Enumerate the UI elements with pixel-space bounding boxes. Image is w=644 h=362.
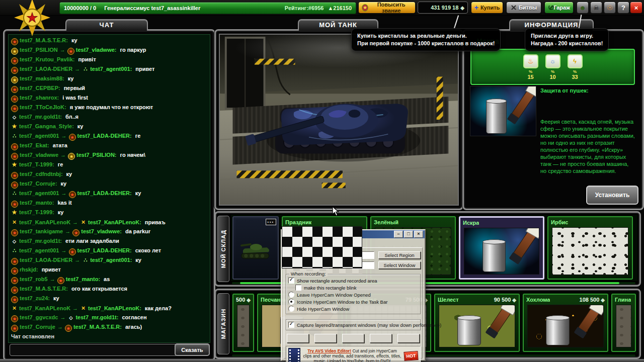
chat-recipient[interactable]: test7_vladwwe: bbox=[81, 228, 122, 234]
close-icon[interactable]: × bbox=[414, 231, 423, 238]
option-box-icon[interactable] bbox=[288, 306, 294, 312]
chat-sender[interactable]: rhskjd: bbox=[20, 266, 38, 273]
maximize-icon[interactable]: □ bbox=[404, 231, 413, 238]
chat-sender[interactable]: test7_Krutou_Pavlik: bbox=[20, 56, 74, 62]
chat-sender[interactable]: test7_LAOA-DEHER bbox=[20, 257, 72, 263]
hypercam-option[interactable]: Capture layered/transparent windows (may… bbox=[288, 321, 418, 328]
chat-recipient[interactable]: test7_agent001: bbox=[90, 66, 132, 72]
paint-tile[interactable]: Хохлома 108 500◆ bbox=[523, 294, 608, 352]
chat-sender[interactable]: test7_rob5 bbox=[20, 276, 48, 282]
chat-sender[interactable]: test7_agent001 bbox=[19, 190, 59, 196]
chat-sender[interactable]: test7_shanrox: bbox=[20, 95, 59, 101]
chat-text: скоко лет bbox=[135, 247, 162, 253]
chat-sender[interactable]: test7_M.A.S.T.E.R: bbox=[20, 286, 68, 292]
chat-sender[interactable]: test7_T-1999: bbox=[19, 161, 54, 167]
wrench-icon bbox=[548, 5, 551, 11]
sound-button[interactable]: ☉ bbox=[604, 2, 616, 14]
chat-sender[interactable]: test7_KanAPLenoK bbox=[19, 305, 70, 311]
option-box-icon[interactable] bbox=[288, 278, 294, 284]
chat-sender[interactable]: test7_KanAPLenoK bbox=[19, 219, 70, 225]
chat-sender[interactable]: test7_LAOA-DEHER bbox=[20, 66, 72, 72]
help-button[interactable]: ? bbox=[617, 2, 629, 14]
chat-recipient[interactable]: test7_manto: bbox=[66, 276, 100, 282]
chat-sender[interactable]: test7_ggvcxdc bbox=[20, 314, 58, 320]
paint-tile[interactable]: Глина bbox=[611, 294, 636, 352]
option-box-icon[interactable] bbox=[295, 285, 301, 291]
chat-sender[interactable]: test7_agent001 bbox=[19, 133, 59, 139]
tab-chat[interactable]: ЧАТ bbox=[65, 19, 148, 31]
hypercam-button[interactable] bbox=[397, 334, 420, 343]
rank-icon bbox=[68, 153, 75, 160]
exit-button[interactable]: × bbox=[630, 2, 642, 14]
chat-recipient[interactable]: test7_M.A.S.T.E.R: bbox=[73, 324, 122, 330]
hypercam-option[interactable]: Show rectangle around recorded area bbox=[288, 277, 418, 284]
avs-ad-banner[interactable]: Try AVS Video Editor! Cut and join Hyper… bbox=[286, 346, 421, 362]
chat-recipient[interactable]: test7_PSILION: bbox=[76, 152, 116, 158]
close-icon: × bbox=[634, 4, 638, 12]
hypercam-button[interactable] bbox=[314, 334, 337, 343]
chat-sender[interactable]: test7_mr.gold1t: bbox=[19, 114, 62, 120]
chat-sender[interactable]: test7_cdfndtnbj: bbox=[20, 171, 63, 177]
chat-recipient[interactable]: test7_agent001: bbox=[90, 257, 132, 263]
garage-button[interactable]: Гараж bbox=[544, 2, 574, 14]
install-button[interactable]: Установить bbox=[586, 186, 638, 205]
chat-sender[interactable]: test7_PSILION bbox=[20, 47, 58, 53]
chat-recipient[interactable]: test7_LADA-DEHER: bbox=[77, 190, 132, 196]
ad-lead[interactable]: Try AVS Video Editor! bbox=[307, 348, 351, 353]
option-label: Show rectangle around recorded area bbox=[297, 278, 377, 284]
chat-sender[interactable]: test7_agent001 bbox=[19, 247, 59, 253]
chat-sender[interactable]: test7_zu24: bbox=[20, 295, 50, 301]
chat-sender[interactable]: test7_vladwwe bbox=[20, 152, 58, 158]
raise-rank-button[interactable]: ★ Повысить звание bbox=[358, 2, 416, 14]
chat-sender[interactable]: test7_mr.gold1t: bbox=[19, 238, 62, 244]
chat-sender[interactable]: test7_M.A.S.T.E.R: bbox=[20, 37, 68, 43]
chat-recipient[interactable]: test7_vladwwe: bbox=[76, 47, 117, 53]
paint-tile[interactable]: Ирбис bbox=[547, 216, 633, 280]
hypercam-button[interactable] bbox=[370, 334, 392, 343]
hypercam-button[interactable] bbox=[287, 334, 309, 343]
hypercam-option[interactable]: Iconize HyperCam Window to the Task Bar bbox=[288, 298, 418, 305]
chat-sender[interactable]: test7_CEPBEP: bbox=[20, 85, 60, 91]
paint-tile[interactable]: ▪▪▪ bbox=[232, 216, 279, 280]
chat-sender[interactable]: test7_TToCeJloK: bbox=[20, 104, 66, 110]
chat-sender[interactable]: test7_manto: bbox=[20, 200, 54, 206]
chat-sender[interactable]: test7_maksim88: bbox=[20, 75, 64, 81]
crystal-balance[interactable]: 431 919 18 ◆ bbox=[418, 2, 468, 14]
option-box-icon[interactable] bbox=[288, 292, 294, 298]
paint-tile[interactable]: Шелест 90 500◆ bbox=[434, 294, 520, 352]
chat-recipient[interactable]: test7_mr.gold1t: bbox=[75, 314, 118, 320]
option-box-icon[interactable] bbox=[288, 322, 294, 328]
paint-tile[interactable]: 500◆ bbox=[232, 294, 254, 352]
hypercam-option[interactable]: make this rectangle blink bbox=[288, 284, 418, 291]
chat-sender[interactable]: test7_Corruje bbox=[20, 324, 55, 330]
minimize-icon[interactable]: – bbox=[394, 231, 403, 238]
option-box-icon[interactable] bbox=[288, 299, 294, 305]
tab-my-storage[interactable]: МОЙ СКЛАД bbox=[217, 216, 229, 282]
chat-message: test7_vladwwe→test7_PSILION:го начем\ bbox=[11, 150, 210, 160]
chat-sender[interactable]: test7_Gangna_Style: bbox=[19, 123, 74, 129]
select-region-button[interactable]: Select Region bbox=[378, 251, 421, 259]
tooltip-pointer bbox=[454, 15, 459, 28]
chat-sender[interactable]: test7_tankigame bbox=[20, 228, 63, 234]
chat-recipient[interactable]: test7_LADA-DEHER: bbox=[77, 133, 132, 139]
select-window-button[interactable]: Select Window bbox=[378, 261, 421, 269]
paint-tile-label: Ирбис bbox=[551, 219, 568, 225]
tab-shop[interactable]: МАГАЗИН bbox=[217, 293, 229, 354]
chat-sender[interactable]: test7_Corruje: bbox=[20, 180, 57, 187]
hypercam-button[interactable] bbox=[342, 334, 364, 343]
buy-crystals-button[interactable]: + Купить bbox=[471, 2, 503, 14]
chat-recipient[interactable]: test7_KanAPLenoK: bbox=[88, 305, 141, 311]
hypercam-option[interactable]: Leave HyperCam Window Opened bbox=[288, 291, 418, 298]
chat-sender[interactable]: test7_T-1999: bbox=[19, 209, 54, 215]
chat-sender[interactable]: test7_Ekat: bbox=[20, 142, 49, 148]
invite-friend-button[interactable]: ☻ bbox=[577, 2, 589, 14]
chat-text: ку bbox=[77, 123, 84, 129]
hypercam-option[interactable]: Hide HyperCam Window bbox=[288, 305, 418, 312]
paint-tile[interactable]: Искра bbox=[459, 216, 544, 280]
battles-button[interactable]: Битвы bbox=[506, 2, 541, 14]
chat-recipient[interactable]: test7_KanAPLenoK: bbox=[88, 219, 141, 225]
clan-button[interactable]: ☠ bbox=[590, 2, 602, 14]
chat-recipient[interactable]: test7_LADA-DEHER: bbox=[77, 247, 132, 253]
chat-input[interactable] bbox=[10, 344, 178, 356]
say-button[interactable]: Сказать bbox=[175, 343, 210, 356]
